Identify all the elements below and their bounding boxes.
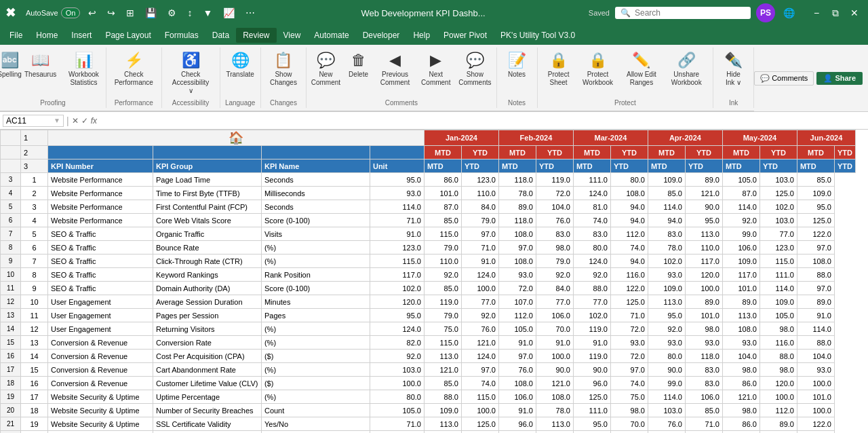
table-row: 1513Conversion & RevenueConversion Rate(… bbox=[1, 336, 856, 350]
home-icon: 🏠 bbox=[48, 130, 425, 146]
ribbon-btn-allow-edit-ranges[interactable]: ✏️Allow Edit Ranges bbox=[620, 49, 663, 90]
ribbon-btn-delete[interactable]: 🗑Delete bbox=[345, 49, 372, 81]
ribbon-btn-check-accessibility-∨[interactable]: ♿Check Accessibility ∨ bbox=[166, 49, 216, 98]
month-header-Feb-2024: Feb-2024 bbox=[498, 130, 573, 146]
formula-separator: | bbox=[66, 115, 69, 126]
ribbon-group-8: ✒️Hide Ink ∨Ink bbox=[713, 48, 754, 108]
month-header-Jun-2024: Jun-2024 bbox=[797, 130, 855, 146]
menu-item-view[interactable]: View bbox=[277, 28, 308, 43]
comments-button[interactable]: 💬 Comments bbox=[754, 71, 814, 86]
search-input[interactable] bbox=[635, 8, 736, 18]
autosave-label: AutoSave On bbox=[26, 7, 80, 18]
sheet-grid[interactable]: 1🏠Jan-2024Feb-2024Mar-2024Apr-2024May-20… bbox=[0, 130, 868, 433]
menu-item-page-layout[interactable]: Page Layout bbox=[98, 28, 157, 43]
sort-button[interactable]: ↕ bbox=[184, 6, 195, 20]
menu-item-insert[interactable]: Insert bbox=[64, 28, 98, 43]
ribbon-btn-workbook-statistics[interactable]: 📊Workbook Statistics bbox=[58, 49, 110, 90]
menu-item-automate[interactable]: Automate bbox=[307, 28, 355, 43]
cancel-icon[interactable]: ✕ bbox=[72, 116, 79, 126]
table-row: 1210User EngagementAverage Session Durat… bbox=[1, 295, 856, 309]
month-header-Mar-2024: Mar-2024 bbox=[573, 130, 648, 146]
sheet: 1🏠Jan-2024Feb-2024Mar-2024Apr-2024May-20… bbox=[0, 130, 868, 433]
autosave-toggle[interactable]: On bbox=[61, 7, 81, 18]
ribbon-icon[interactable]: 🌐 bbox=[781, 6, 797, 20]
ribbon-btn-thesaurus[interactable]: 📖Thesaurus bbox=[24, 49, 56, 81]
table-row: 1917Website Security & UptimeUptime Perc… bbox=[1, 390, 856, 404]
menu-item-pk's-utility-tool-v3.0[interactable]: PK's Utility Tool V3.0 bbox=[494, 28, 582, 43]
table-row: 97SEO & TrafficClick-Through Rate (CTR)(… bbox=[1, 255, 856, 268]
table-row: 64Website PerformanceCore Web Vitals Sco… bbox=[1, 214, 856, 227]
table-row: 1412User EngagementReturning Visitors(%)… bbox=[1, 322, 856, 336]
ribbon-group-5: 💬New Comment🗑Delete◀Previous Comment▶Nex… bbox=[307, 48, 496, 108]
month-header-Apr-2024: Apr-2024 bbox=[648, 130, 722, 146]
table-row: 1311User EngagementPages per SessionPage… bbox=[1, 309, 856, 322]
confirm-icon[interactable]: ✓ bbox=[81, 116, 88, 126]
document-title: Web Development KPI Dashb... bbox=[263, 8, 583, 18]
menu-item-help[interactable]: Help bbox=[406, 28, 437, 43]
formula-bar-icons: ✕ ✓ fx bbox=[72, 116, 97, 126]
undo-button[interactable]: ↩ bbox=[85, 6, 99, 20]
fx-icon[interactable]: fx bbox=[91, 116, 97, 126]
table-row: 75SEO & TrafficOrganic TrafficVisits91.0… bbox=[1, 227, 856, 241]
table-row: 2018Website Security & UptimeNumber of S… bbox=[1, 404, 856, 417]
share-button[interactable]: 👤 Share bbox=[816, 72, 863, 85]
filter-button[interactable]: ▼ bbox=[200, 6, 215, 20]
menu-item-review[interactable]: Review bbox=[236, 28, 276, 43]
formula-bar: AC11 ▼ | ✕ ✓ fx bbox=[0, 112, 868, 130]
ribbon-group-1: ⚡Check PerformancePerformance bbox=[106, 48, 162, 108]
ribbon-btn-protect-sheet[interactable]: 🔒Protect Sheet bbox=[542, 49, 576, 90]
search-bar[interactable]: 🔍 bbox=[615, 7, 751, 19]
restore-button[interactable]: ⧉ bbox=[827, 5, 844, 21]
ribbon-btn-check-performance[interactable]: ⚡Check Performance bbox=[111, 49, 157, 90]
name-box[interactable]: AC11 ▼ bbox=[3, 115, 64, 127]
menu-item-file[interactable]: File bbox=[3, 28, 29, 43]
menu-item-formulas[interactable]: Formulas bbox=[158, 28, 205, 43]
ribbon-group-4: 📋Show ChangesChanges bbox=[261, 48, 307, 108]
table-row: 1816Conversion & RevenueCustomer Lifetim… bbox=[1, 377, 856, 390]
ribbon-btn-show-comments[interactable]: 💬Show Comments bbox=[455, 49, 494, 90]
table-row: 42Website PerformanceTime to First Byte … bbox=[1, 187, 856, 200]
menu-item-developer[interactable]: Developer bbox=[356, 28, 407, 43]
ribbon-btn-notes[interactable]: 📝Notes bbox=[503, 49, 530, 81]
ribbon-btn-spelling[interactable]: 🔤Spelling bbox=[0, 49, 23, 81]
formula-input[interactable] bbox=[100, 116, 865, 126]
table-row: 108SEO & TrafficKeyword RankingsRank Pos… bbox=[1, 268, 856, 282]
ribbon-btn-show-changes[interactable]: 📋Show Changes bbox=[265, 49, 302, 90]
spreadsheet-table: 1🏠Jan-2024Feb-2024Mar-2024Apr-2024May-20… bbox=[0, 130, 856, 433]
month-header-Jan-2024: Jan-2024 bbox=[424, 130, 498, 146]
ribbon-btn-unshare-workbook[interactable]: 🔗Unshare Workbook bbox=[664, 49, 709, 90]
chart-button[interactable]: 📈 bbox=[220, 6, 237, 20]
ribbon-group-3: 🌐TranslateLanguage bbox=[220, 48, 261, 108]
ribbon-btn-translate[interactable]: 🌐Translate bbox=[222, 49, 258, 81]
excel-icon: ✖ bbox=[5, 5, 20, 20]
menu-item-data[interactable]: Data bbox=[205, 28, 236, 43]
row-header-1 bbox=[1, 130, 21, 146]
avatar: PS bbox=[756, 3, 775, 22]
ribbon-btn-protect-workbook[interactable]: 🔒Protect Workbook bbox=[577, 49, 619, 90]
ribbon-group-0: 🔤Spelling📖Thesaurus📊Workbook StatisticsP… bbox=[0, 48, 106, 108]
table-row: 1614Conversion & RevenueCost Per Acquisi… bbox=[1, 350, 856, 363]
close-button[interactable]: ✕ bbox=[846, 5, 863, 21]
toolbar-button[interactable]: ⚙ bbox=[165, 6, 179, 20]
table-row: 119SEO & TrafficDomain Authority (DA)Sco… bbox=[1, 282, 856, 295]
ribbon-group-7: 🔒Protect Sheet🔒Protect Workbook✏️Allow E… bbox=[538, 48, 714, 108]
ribbon-btn-hide-ink-∨[interactable]: ✒️Hide Ink ∨ bbox=[717, 49, 749, 90]
ribbon-right: 💬 Comments 👤 Share bbox=[754, 71, 868, 86]
more-button[interactable]: ⋯ bbox=[243, 6, 258, 20]
window-controls: − ⧉ ✕ bbox=[808, 5, 863, 21]
ribbon-btn-next-comment[interactable]: ▶Next Comment bbox=[418, 49, 454, 90]
save-button[interactable]: 💾 bbox=[142, 6, 159, 20]
ribbon-group-2: ♿Check Accessibility ∨Accessibility bbox=[162, 48, 220, 108]
saved-status: Saved bbox=[589, 9, 610, 17]
top-bar: ✖ AutoSave On ↩ ↪ ⊞ 💾 ⚙ ↕ ▼ 📈 ⋯ Web Deve… bbox=[0, 0, 868, 26]
ribbon-btn-previous-comment[interactable]: ◀Previous Comment bbox=[374, 49, 417, 90]
menu-bar: FileHomeInsertPage LayoutFormulasDataRev… bbox=[0, 26, 868, 45]
redo-button[interactable]: ↪ bbox=[104, 6, 118, 20]
ribbon-btn-new-comment[interactable]: 💬New Comment bbox=[308, 49, 343, 90]
table-row: 86SEO & TrafficBounce Rate(%)123.079.071… bbox=[1, 241, 856, 255]
minimize-button[interactable]: − bbox=[808, 5, 825, 21]
menu-item-home[interactable]: Home bbox=[29, 28, 64, 43]
table-row: 2220Website Development & BugsNumber of … bbox=[1, 431, 856, 434]
grid-button[interactable]: ⊞ bbox=[123, 6, 137, 20]
menu-item-power-pivot[interactable]: Power Pivot bbox=[437, 28, 494, 43]
